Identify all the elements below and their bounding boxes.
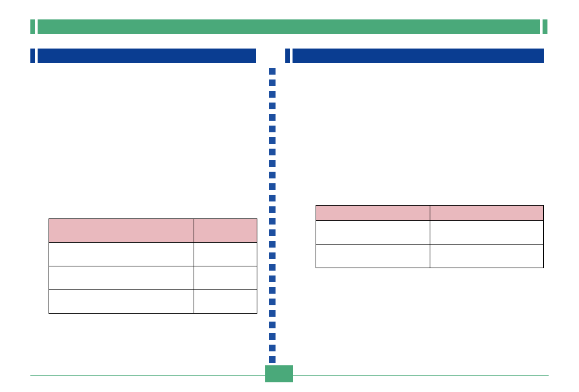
table-cell [316, 221, 430, 245]
table-header-cell [49, 219, 194, 243]
table-cell [430, 221, 544, 245]
banner-tick-left [30, 19, 35, 34]
banner-tick-right [543, 19, 547, 34]
table-row [49, 290, 257, 314]
page-number-box [265, 365, 293, 382]
table-cell [430, 245, 544, 268]
top-banner [38, 19, 540, 34]
table-row [49, 266, 257, 290]
table-header-row [316, 206, 544, 221]
table-header-row [49, 219, 257, 243]
vertical-divider-dots [269, 68, 276, 363]
left-heading-bar [38, 49, 256, 63]
table-cell [194, 266, 257, 290]
table-header-cell [430, 206, 544, 221]
table-cell [194, 243, 257, 266]
table-header-cell [194, 219, 257, 243]
table-cell [316, 245, 430, 268]
table-cell [194, 290, 257, 314]
left-table [49, 218, 257, 314]
table-header-cell [316, 206, 430, 221]
right-table [316, 205, 544, 268]
left-heading-tick [30, 49, 35, 63]
page [0, 0, 579, 392]
table-row [316, 245, 544, 268]
table-row [49, 243, 257, 266]
table-cell [49, 290, 194, 314]
table-cell [49, 243, 194, 266]
table-row [316, 221, 544, 245]
right-heading-tick [285, 49, 290, 63]
table-cell [49, 266, 194, 290]
right-heading-bar [293, 49, 544, 63]
